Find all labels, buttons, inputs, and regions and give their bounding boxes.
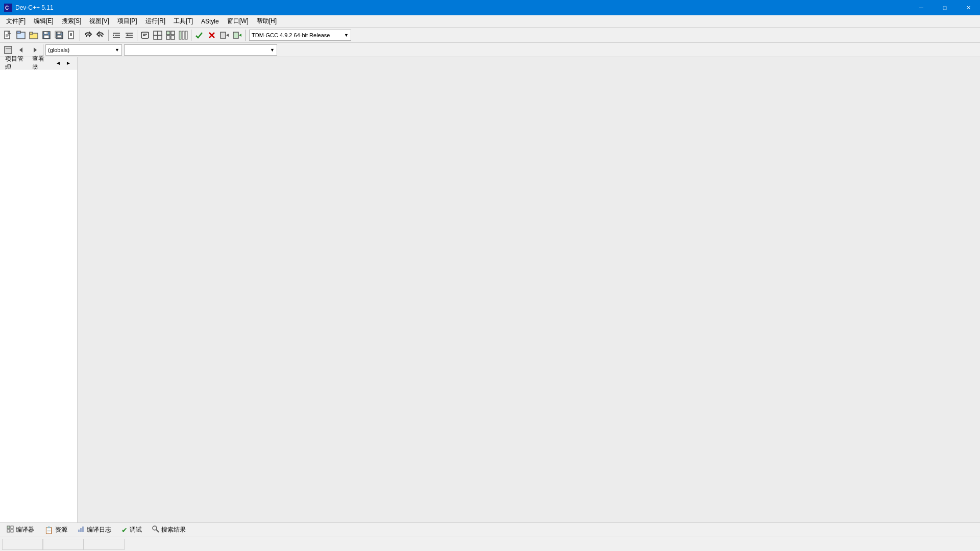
compile-button[interactable]: [218, 29, 231, 41]
unindent-button[interactable]: [123, 29, 135, 41]
run-button[interactable]: [231, 29, 243, 41]
undo-button[interactable]: [82, 29, 94, 41]
svg-rect-46: [220, 32, 226, 38]
svg-rect-38: [171, 31, 175, 35]
svg-rect-9: [30, 32, 33, 34]
svg-text:C: C: [5, 5, 9, 11]
svg-marker-25: [113, 34, 114, 36]
new-file-button[interactable]: [2, 29, 14, 41]
svg-marker-53: [34, 47, 37, 53]
svg-rect-30: [141, 32, 149, 38]
tab-resources-label: 资源: [55, 525, 67, 534]
menu-search[interactable]: 搜索[S]: [58, 16, 86, 27]
save-button[interactable]: [40, 29, 53, 41]
editor-area[interactable]: [78, 57, 980, 522]
svg-rect-11: [44, 32, 48, 34]
svg-rect-15: [57, 32, 61, 34]
menu-run[interactable]: 运行[R]: [141, 16, 169, 27]
left-nav-prev[interactable]: ◄: [54, 57, 63, 69]
left-nav-next[interactable]: ►: [64, 57, 73, 69]
tab-resources[interactable]: 📋 资源: [40, 524, 72, 536]
svg-rect-34: [158, 31, 162, 35]
svg-rect-57: [11, 530, 13, 532]
menu-window[interactable]: 窗口[W]: [223, 16, 253, 27]
new-project-button[interactable]: [15, 29, 27, 41]
func-chevron-icon: ▼: [270, 47, 275, 53]
tab-debug-label: 调试: [130, 525, 142, 534]
indent-button[interactable]: [110, 29, 122, 41]
tab-debug[interactable]: ✔ 调试: [117, 524, 146, 536]
svg-rect-36: [158, 35, 162, 39]
menu-tools[interactable]: 工具[T]: [169, 16, 197, 27]
redo-button[interactable]: [94, 29, 107, 41]
view-button[interactable]: [164, 29, 177, 41]
close-button[interactable]: ✕: [957, 0, 980, 15]
menu-view[interactable]: 视图[V]: [85, 16, 113, 27]
svg-rect-58: [78, 530, 80, 532]
svg-rect-39: [166, 36, 170, 39]
svg-rect-33: [154, 31, 158, 35]
separator-3: [137, 30, 137, 41]
status-cell-1: [2, 539, 43, 550]
status-cell-3: [84, 539, 125, 550]
function-dropdown[interactable]: ▼: [124, 44, 277, 56]
compiler-dropdown[interactable]: TDM-GCC 4.9.2 64-bit Release ▼: [249, 30, 351, 41]
status-cell-2: [43, 539, 84, 550]
view3-button[interactable]: [177, 29, 189, 41]
resources-tab-icon: 📋: [44, 526, 53, 534]
window-controls: ─ □ ✕: [910, 0, 980, 15]
svg-line-62: [156, 530, 159, 532]
app-icon: C: [4, 4, 12, 12]
close-button[interactable]: [66, 29, 78, 41]
open-button[interactable]: [28, 29, 40, 41]
separator-5: [245, 30, 246, 41]
tab-search-results[interactable]: 搜索结果: [148, 524, 190, 536]
svg-rect-43: [185, 31, 187, 39]
svg-marker-49: [239, 34, 241, 37]
menu-help[interactable]: 帮助[H]: [253, 16, 281, 27]
svg-marker-52: [19, 47, 22, 53]
scope-dropdown[interactable]: (globals) ▼: [45, 44, 122, 56]
svg-rect-54: [7, 526, 10, 529]
compile-log-tab-icon: [78, 525, 85, 534]
svg-marker-29: [126, 34, 128, 36]
svg-rect-59: [80, 528, 82, 532]
toggle-comment-button[interactable]: [139, 29, 151, 41]
tab-class-view[interactable]: 查看类: [29, 58, 50, 68]
minimize-button[interactable]: ─: [910, 0, 933, 15]
separator-tb2-1: [43, 44, 43, 56]
chevron-down-icon: ▼: [344, 33, 349, 38]
menubar: 文件[F] 编辑[E] 搜索[S] 视图[V] 项目[P] 运行[R] 工具[T…: [0, 15, 980, 28]
left-panel-content: [0, 69, 77, 522]
compile-abort-button[interactable]: [206, 29, 218, 41]
tab-project-manager[interactable]: 项目管理: [2, 58, 27, 68]
toolbar-main: TDM-GCC 4.9.2 64-bit Release ▼: [0, 28, 980, 43]
svg-rect-35: [154, 35, 158, 39]
titlebar: C Dev-C++ 5.11 ─ □ ✕: [0, 0, 980, 15]
menu-project[interactable]: 项目[P]: [113, 16, 141, 27]
svg-rect-60: [82, 527, 84, 532]
svg-rect-55: [11, 526, 13, 529]
menu-edit[interactable]: 编辑[E]: [30, 16, 58, 27]
svg-rect-37: [166, 31, 170, 35]
menu-astyle[interactable]: AStyle: [197, 16, 223, 27]
compiler-tab-icon: [7, 525, 14, 534]
separator-4: [191, 30, 191, 41]
debug-tab-icon: ✔: [121, 526, 128, 534]
compile-check-button[interactable]: [193, 29, 205, 41]
maximize-button[interactable]: □: [933, 0, 957, 15]
toolbar-secondary: (globals) ▼ ▼: [0, 43, 980, 57]
tab-compiler[interactable]: 编译器: [2, 524, 39, 536]
svg-rect-50: [5, 46, 12, 54]
left-panel: 项目管理 查看类 ◄ ►: [0, 57, 78, 522]
svg-rect-41: [179, 31, 181, 39]
save-all-button[interactable]: [53, 29, 65, 41]
tab-compile-log[interactable]: 编译日志: [73, 524, 116, 536]
separator-1: [80, 30, 80, 41]
svg-marker-47: [226, 34, 229, 37]
indent-select-button[interactable]: [152, 29, 164, 41]
menu-file[interactable]: 文件[F]: [2, 16, 30, 27]
separator-2: [108, 30, 109, 41]
svg-rect-42: [182, 31, 184, 39]
scope-value: (globals): [48, 47, 69, 53]
